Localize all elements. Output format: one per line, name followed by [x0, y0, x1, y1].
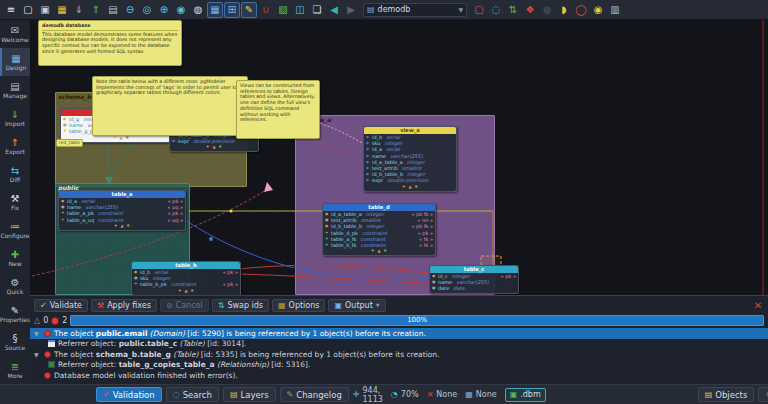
sql-source-icon[interactable]: ▢ — [471, 2, 487, 18]
validation-message[interactable]: ▼ The object public.email (Domain) [id: … — [30, 328, 768, 339]
table-column[interactable]: ● date date — [430, 285, 518, 291]
validation-toolbar: ✔ Validate ⚒ Apply fixes ⊘ Cancel ⇅ Swap… — [30, 296, 768, 314]
note-tags[interactable]: Note the table below with a different co… — [92, 76, 248, 136]
settings-icon[interactable]: ▥ — [607, 2, 623, 18]
sidebar-item-icon: ✉ — [11, 25, 19, 36]
bug-report-icon[interactable]: ● — [539, 2, 555, 18]
sidebar-item-icon: ✎ — [11, 305, 19, 316]
validate-button[interactable]: ✔ Validate — [34, 299, 88, 312]
snap-grid-icon[interactable]: ⊞ — [224, 2, 240, 18]
sidebar-item-diff[interactable]: ⇆ Diff — [0, 160, 30, 188]
apply-fixes-button[interactable]: ⚒ Apply fixes — [91, 299, 157, 312]
validation-message[interactable]: Database model validation finished with … — [30, 370, 768, 381]
table-header[interactable]: table_d — [323, 204, 435, 211]
table-flag-icon: ✦ — [371, 249, 374, 253]
table-header[interactable]: table_c — [430, 266, 518, 273]
sidebar-item-source[interactable]: § Source — [0, 328, 30, 356]
tab-icon: ✔ — [103, 390, 110, 399]
table-tag[interactable]: red_table — [56, 139, 83, 147]
chevron-down-icon: ▼ — [458, 6, 463, 13]
sidebar-item-welcome[interactable]: ✉ Welcome — [0, 20, 30, 48]
table-table_c[interactable]: table_c ◆ id_c integer « pk » ● name var… — [429, 265, 519, 294]
options-button[interactable]: ▦ Options — [272, 299, 325, 312]
error-icon — [51, 317, 59, 325]
menu-icon[interactable]: ≡ — [3, 2, 19, 18]
validation-message-list: ▼ The object public.email (Domain) [id: … — [30, 327, 768, 381]
table-header[interactable]: table_a — [59, 191, 185, 198]
tab-search[interactable]: ◌ Search — [166, 387, 219, 402]
donate-icon[interactable]: ◗ — [556, 2, 572, 18]
save-model-icon[interactable]: ▣ — [37, 2, 53, 18]
redo-icon[interactable]: ▶ — [343, 2, 359, 18]
sidebar-item-design[interactable]: ▦ Design — [0, 48, 30, 76]
status-bar: ✔ Validation ◌ Search ▤ Layers ✎ Changel… — [0, 384, 768, 404]
validation-message[interactable]: ▼ The object schema_b.table_g (Table) [i… — [30, 349, 768, 360]
export-icon[interactable]: ⇑ — [88, 2, 104, 18]
plugins-icon[interactable]: ❖ — [522, 2, 538, 18]
export-image-icon[interactable]: ▧ — [275, 2, 291, 18]
table-table_a[interactable]: table_a ◆ id_a serial « pk » ● name varc… — [58, 190, 186, 231]
zoom-out-icon[interactable]: ⊖ — [122, 2, 138, 18]
arrange-objects-icon[interactable]: ◫ — [292, 2, 308, 18]
import-icon[interactable]: ⇓ — [71, 2, 87, 18]
sidebar-item-label: Import — [5, 120, 25, 127]
undo-icon[interactable]: ◀ — [326, 2, 342, 18]
tab-layers[interactable]: ▤ Layers — [223, 387, 276, 402]
operations-panel-button[interactable]: ⚙ Operations — [758, 387, 768, 402]
table-flag-icon: ▲ — [377, 249, 380, 253]
file-format-button[interactable]: ▣ .dbm — [505, 388, 546, 402]
overview-icon[interactable]: ◉ — [173, 2, 189, 18]
table-header[interactable]: table_b — [132, 262, 240, 269]
sidebar-item-new[interactable]: ✚ New — [0, 244, 30, 272]
sidebar-item-properties[interactable]: ✎ Properties — [0, 300, 30, 328]
warning-count: 0 — [43, 316, 48, 325]
normal-zoom-icon[interactable]: ◎ — [139, 2, 155, 18]
new-object-icon[interactable]: ❏ — [309, 2, 325, 18]
validation-message[interactable]: Referrer object: table_g_copies_table_a … — [30, 360, 768, 371]
new-model-icon[interactable]: ▢ — [20, 2, 36, 18]
view-view_a[interactable]: view_a ◈ id_b serial ◈ sku integer ◈ id_… — [363, 126, 457, 192]
sidebar-item-manage[interactable]: ▤ Manage — [0, 76, 30, 104]
sidebar-item-label: Fix — [11, 204, 19, 211]
tab-icon: ✎ — [287, 390, 294, 399]
sidebar-item-more[interactable]: ≣ More — [0, 356, 30, 384]
show-grid-icon[interactable]: ▦ — [207, 2, 223, 18]
sidebar-item-label: Welcome — [1, 36, 28, 43]
zoom-in-icon[interactable]: ⊕ — [156, 2, 172, 18]
expander-icon[interactable]: ▼ — [34, 330, 41, 337]
open-model-icon[interactable]: ▦ — [54, 2, 70, 18]
model-canvas[interactable]: schema_b schema_a public — [30, 20, 768, 295]
note-demodb-database[interactable]: demodb database This database model demo… — [38, 20, 182, 66]
objects-panel-button[interactable]: ▤ Objects — [698, 387, 755, 402]
support-icon[interactable]: ◯ — [573, 2, 589, 18]
note-views[interactable]: Views can be constructed from references… — [236, 80, 320, 139]
find-object-icon[interactable]: ◌ — [488, 2, 504, 18]
expander-icon[interactable]: ▼ — [34, 351, 41, 358]
magnet-icon[interactable]: ∪ — [258, 2, 274, 18]
tab-validation[interactable]: ✔ Validation — [96, 387, 162, 402]
validation-message[interactable]: Referrer object: public.table_c (Table) … — [30, 339, 768, 350]
table-table_b[interactable]: table_b ◆ id_b serial « pk » ● sku integ… — [131, 261, 241, 295]
output-button[interactable]: ▣ Output ▼ — [328, 299, 385, 312]
swap-ids-icon: ⇅ — [218, 301, 225, 310]
table-header[interactable]: view_a — [364, 127, 456, 134]
model-selector-dropdown[interactable]: ▤ demodb ▼ — [363, 3, 467, 17]
swap-ids-button[interactable]: ⇅ Swap ids — [212, 299, 269, 312]
table-flag-icon: ▲ — [120, 224, 123, 228]
column-type-icon: ✦ — [134, 281, 138, 287]
tab-changelog[interactable]: ✎ Changelog — [280, 387, 349, 402]
table-column[interactable]: ✦ table_b_pk constraint « pk » — [132, 281, 240, 287]
purchase-icon[interactable]: ◉ — [590, 2, 606, 18]
close-validation-icon[interactable]: ✕ — [752, 300, 764, 311]
sidebar-item-quick[interactable]: ⚙ Quick — [0, 272, 30, 300]
sidebar-item-import[interactable]: ⇓ Import — [0, 104, 30, 132]
sidebar-item-fix[interactable]: ⚒ Fix — [0, 188, 30, 216]
chevron-down-icon: ▼ — [376, 302, 380, 308]
magnifier-icon[interactable]: ◍ — [190, 2, 206, 18]
sidebar-item-configure[interactable]: ≔ Configure — [0, 216, 30, 244]
edit-mode-icon[interactable]: ✎ — [241, 2, 257, 18]
table-table_d[interactable]: table_d ◆ id_a_table_a integer « pk fk »… — [322, 203, 436, 256]
sidebar-item-export[interactable]: ⇑ Export — [0, 132, 30, 160]
swap-ids-icon[interactable]: ⇅ — [505, 2, 521, 18]
print-icon[interactable]: ▤ — [105, 2, 121, 18]
